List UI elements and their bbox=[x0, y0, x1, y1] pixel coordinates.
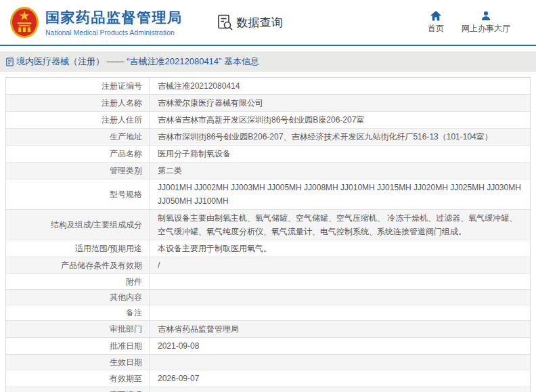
row-value: / bbox=[150, 257, 530, 274]
row-label-text: 适用范围/预期用途 bbox=[75, 243, 142, 255]
row-label-text: 有效期至 bbox=[110, 373, 142, 385]
row-label-text: 变更情况 bbox=[110, 389, 142, 392]
row-label-text: 管理类别 bbox=[110, 165, 142, 177]
agency-name-zh: 国家药品监督管理局 bbox=[45, 8, 183, 27]
row-label: 批准日期 bbox=[6, 338, 150, 354]
table-row: 型号规格JJ001MH JJ002MH JJ003MH JJ005MH JJ00… bbox=[6, 179, 530, 210]
row-value bbox=[150, 290, 530, 305]
row-label-text: 型号规格 bbox=[110, 189, 142, 200]
row-label: 生产地址 bbox=[6, 129, 150, 145]
row-label-text: 结构及组成/主要组成成分 bbox=[51, 219, 142, 231]
nav-service-hall-label: 网上办事大厅 bbox=[462, 23, 510, 35]
table-row: 审批部门吉林省药品监督管理局 bbox=[6, 321, 530, 338]
row-value: 吉林爱尔康医疗器械有限公司 bbox=[150, 95, 530, 111]
page-header: 国家药品监督管理局 National Medical Products Admi… bbox=[0, 0, 536, 46]
row-value: 制氧设备主要由制氧主机、氧气储罐、空气储罐、空气压缩机、 冷冻干燥机、过滤器、氧… bbox=[150, 210, 530, 240]
row-label: 产品储存条件及有效期 bbox=[6, 257, 150, 274]
table-row: 有效期至2026-09-07 bbox=[6, 370, 530, 387]
header-nav: 首页 网上办事大厅 bbox=[428, 11, 527, 35]
breadcrumb-text: 境内医疗器械（注册） —— “吉械注准20212080414” 基本信息 bbox=[16, 56, 259, 68]
agency-name-en: National Medical Products Administration bbox=[45, 28, 183, 37]
row-label: 变更情况 bbox=[6, 387, 150, 392]
row-label-text: 备注 bbox=[126, 307, 142, 319]
breadcrumb: 境内医疗器械（注册） —— “吉械注准20212080414” 基本信息 bbox=[6, 56, 259, 68]
table-row: 产品储存条件及有效期/ bbox=[6, 257, 530, 274]
row-label: 有效期至 bbox=[6, 370, 150, 387]
row-label-text: 注册人名称 bbox=[102, 97, 142, 109]
row-label: 附件 bbox=[6, 274, 150, 289]
data-query-label: 数据查询 bbox=[237, 15, 283, 30]
row-label: 备注 bbox=[6, 305, 150, 320]
table-row: 注册人住所吉林省吉林市高新开发区深圳街86号创业园B座206-207室 bbox=[6, 112, 530, 129]
row-value: 2026-09-07 bbox=[150, 370, 530, 387]
row-label: 管理类别 bbox=[6, 162, 150, 179]
table-row: 生效日期 bbox=[6, 355, 530, 370]
nav-home[interactable]: 首页 bbox=[428, 11, 444, 35]
row-label: 其他内容 bbox=[6, 290, 150, 305]
table-row: 其他内容 bbox=[6, 290, 530, 305]
table-row: 注册人名称吉林爱尔康医疗器械有限公司 bbox=[6, 95, 530, 112]
row-label: 结构及组成/主要组成成分 bbox=[6, 210, 150, 240]
row-label-text: 产品储存条件及有效期 bbox=[61, 260, 142, 271]
row-label-text: 审批部门 bbox=[110, 324, 142, 335]
row-label: 生效日期 bbox=[6, 355, 150, 370]
row-value: 2021-09-08 bbox=[150, 338, 530, 354]
row-value: 吉械注准20212080414 bbox=[150, 78, 530, 94]
table-row: 备注 bbox=[6, 305, 530, 321]
row-label-text: 批准日期 bbox=[110, 341, 142, 352]
user-icon bbox=[481, 11, 491, 21]
row-value: JJ001MH JJ002MH JJ003MH JJ005MH JJ008MH … bbox=[150, 179, 530, 209]
row-label-text: 注册证编号 bbox=[102, 81, 142, 92]
row-label: 注册证编号 bbox=[6, 78, 150, 94]
row-value: 吉林省吉林市高新开发区深圳街86号创业园B座206-207室 bbox=[150, 112, 530, 128]
home-icon bbox=[430, 11, 441, 21]
table-row: 适用范围/预期用途本设备主要用于制取医用氧气。 bbox=[6, 240, 530, 257]
row-label: 产品名称 bbox=[6, 146, 150, 162]
row-value: 吉林市深圳街86号创业园B206-207、吉林经济技术开发区九站街化纤厂516-… bbox=[150, 129, 530, 145]
breadcrumb-bar: 境内医疗器械（注册） —— “吉械注准20212080414” 基本信息 bbox=[0, 51, 536, 72]
table-row: 产品名称医用分子筛制氧设备 bbox=[6, 146, 530, 162]
agency-name: 国家药品监督管理局 National Medical Products Admi… bbox=[45, 8, 183, 37]
row-value bbox=[150, 305, 530, 320]
row-label-text: 产品名称 bbox=[110, 148, 142, 160]
table-row: 批准日期2021-09-08 bbox=[6, 338, 530, 355]
table-row: 附件 bbox=[6, 274, 530, 290]
row-label: 注册人住所 bbox=[6, 112, 150, 128]
row-value: 本设备主要用于制取医用氧气。 bbox=[150, 240, 530, 257]
table-row: 注册证编号吉械注准20212080414 bbox=[6, 78, 530, 95]
row-label: 注册人名称 bbox=[6, 95, 150, 111]
row-label: 型号规格 bbox=[6, 179, 150, 209]
row-value: 医用分子筛制氧设备 bbox=[150, 146, 530, 162]
china-national-emblem-icon bbox=[9, 6, 39, 39]
row-value: 第二类 bbox=[150, 162, 530, 179]
row-value bbox=[150, 355, 530, 370]
data-query-nav[interactable]: 数据查询 bbox=[218, 14, 283, 31]
row-value bbox=[150, 274, 530, 289]
row-label-text: 生效日期 bbox=[110, 357, 142, 368]
row-label-text: 生产地址 bbox=[110, 131, 142, 143]
table-row: 变更情况 bbox=[6, 387, 530, 392]
document-search-icon bbox=[218, 14, 233, 31]
table-row: 管理类别第二类 bbox=[6, 162, 530, 179]
row-label-text: 其他内容 bbox=[110, 292, 142, 303]
table-row: 结构及组成/主要组成成分制氧设备主要由制氧主机、氧气储罐、空气储罐、空气压缩机、… bbox=[6, 210, 530, 240]
info-table: 注册证编号吉械注准20212080414注册人名称吉林爱尔康医疗器械有限公司注册… bbox=[5, 77, 531, 392]
nav-home-label: 首页 bbox=[428, 23, 444, 35]
document-icon bbox=[6, 58, 14, 66]
row-value: 吉林省药品监督管理局 bbox=[150, 321, 530, 337]
agency-logo: 国家药品监督管理局 National Medical Products Admi… bbox=[9, 6, 183, 39]
nav-service-hall[interactable]: 网上办事大厅 bbox=[462, 11, 510, 35]
row-label-text: 注册人住所 bbox=[102, 114, 142, 126]
row-value bbox=[150, 387, 530, 392]
row-label-text: 附件 bbox=[126, 276, 142, 288]
table-row: 生产地址吉林市深圳街86号创业园B206-207、吉林经济技术开发区九站街化纤厂… bbox=[6, 129, 530, 146]
row-label: 适用范围/预期用途 bbox=[6, 240, 150, 257]
row-label: 审批部门 bbox=[6, 321, 150, 337]
